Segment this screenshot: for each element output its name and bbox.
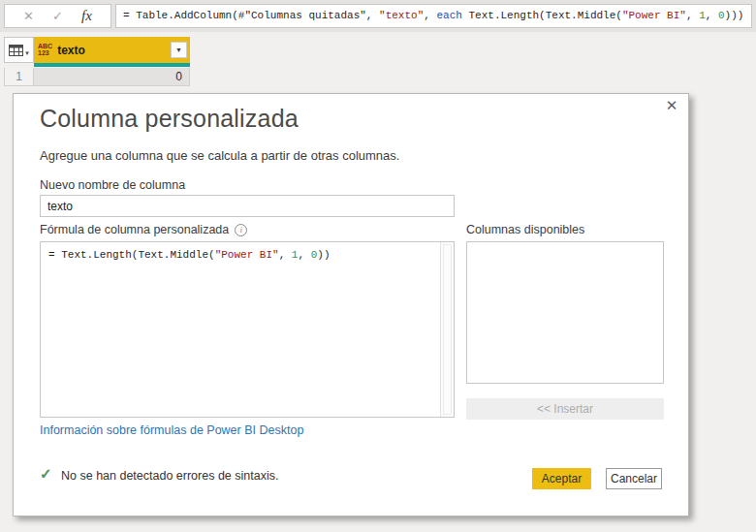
close-icon[interactable]: ✕ <box>663 97 680 114</box>
code-keyword: each <box>436 10 461 21</box>
custom-formula-editor[interactable]: = Text.Length(Text.Middle("Power BI", 1,… <box>40 241 455 418</box>
code-string: "texto" <box>379 10 424 21</box>
123-label: 123 <box>38 50 49 57</box>
new-column-name-input[interactable] <box>40 195 455 217</box>
code-text: , <box>279 249 292 261</box>
info-icon[interactable]: i <box>235 224 247 236</box>
code-text: ))) <box>725 10 744 21</box>
code-text: , <box>706 10 718 21</box>
new-column-name-label: Nuevo nombre de columna <box>40 178 185 192</box>
column-name: texto <box>57 44 166 57</box>
available-columns-label: Columnas disponibles <box>466 223 584 236</box>
cancel-button[interactable]: Cancelar <box>606 468 662 489</box>
row-number[interactable]: 1 <box>4 68 34 86</box>
formula-code[interactable]: = Text.Length(Text.Middle("Power BI", 1,… <box>41 242 439 417</box>
available-columns-listbox[interactable] <box>466 241 664 384</box>
formula-bar-controls: ✕ ✓ fx <box>4 4 111 28</box>
formula-scrollbar[interactable] <box>440 242 454 417</box>
fx-icon[interactable]: fx <box>81 8 92 24</box>
filter-dropdown-icon: ▼ <box>175 47 182 53</box>
syntax-ok-check-icon: ✓ <box>40 465 52 483</box>
column-quality-bar <box>34 63 190 67</box>
column-filter-button[interactable]: ▼ <box>171 42 187 58</box>
code-text: = Text.Length(Text.Middle( <box>48 249 215 261</box>
dialog-subtitle: Agregue una columna que se calcula a par… <box>40 148 399 163</box>
formula-label-row: Fórmula de columna personalizada i <box>40 223 247 236</box>
code-text: , <box>686 10 699 21</box>
table-icon <box>9 45 23 56</box>
code-number: 0 <box>718 10 725 21</box>
accept-button[interactable]: Aceptar <box>532 468 591 489</box>
insert-button[interactable]: << Insertar <box>466 398 664 420</box>
table-select-all-button[interactable]: ▾ <box>4 37 34 63</box>
formula-bar: ✕ ✓ fx = Table.AddColumn(#"Columnas quit… <box>0 0 756 32</box>
code-text: = Table.AddColumn(#"Columnas quitadas", <box>123 10 379 21</box>
code-text: , <box>424 10 436 21</box>
formula-help-link[interactable]: Información sobre fórmulas de Power BI D… <box>40 423 303 437</box>
data-type-any-icon[interactable]: ABC 123 <box>38 44 52 56</box>
table-cell[interactable]: 0 <box>34 68 190 86</box>
syntax-status-text: No se han detectado errores de sintaxis. <box>61 469 278 483</box>
code-text: , <box>298 249 310 261</box>
code-string: "Power BI" <box>622 10 686 21</box>
cancel-entry-icon[interactable]: ✕ <box>23 9 34 23</box>
dialog-title: Columna personalizada <box>40 105 299 133</box>
code-text: )) <box>317 249 330 261</box>
chevron-down-icon: ▾ <box>25 49 29 57</box>
formula-bar-input[interactable]: = Table.AddColumn(#"Columnas quitadas", … <box>115 4 752 28</box>
code-text: Text.Length(Text.Middle( <box>462 10 622 21</box>
custom-column-dialog: ✕ Columna personalizada Agregue una colu… <box>13 93 689 516</box>
code-number: 1 <box>699 10 706 21</box>
code-string: "Power BI" <box>215 249 279 261</box>
column-header-texto[interactable]: ABC 123 texto ▼ <box>34 37 190 63</box>
custom-formula-label: Fórmula de columna personalizada <box>40 223 229 236</box>
commit-entry-icon[interactable]: ✓ <box>52 9 63 23</box>
